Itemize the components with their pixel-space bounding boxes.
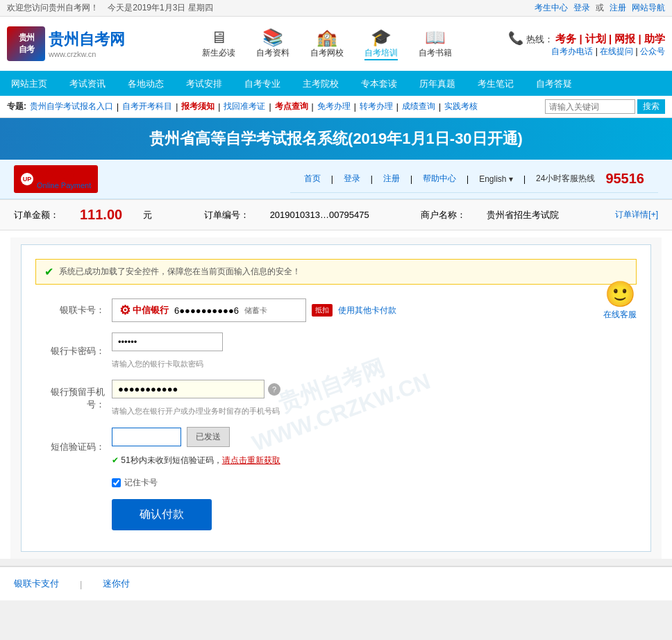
phone-label: 银行预留手机号：: [35, 386, 112, 411]
phone-row: 银行预留手机号： ? 请输入您在银行开户或办理业务时留存的手机号码: [35, 380, 637, 416]
pay-nav-register[interactable]: 注册: [383, 173, 400, 185]
bank-card-display: ⚙ 中信银行 6●●●●●●●●●●6 储蓄卡: [112, 298, 306, 322]
other-card-link[interactable]: 使用其他卡付款: [338, 305, 396, 317]
nav-notes[interactable]: 考生笔记: [467, 72, 525, 96]
top-bar: 欢迎您访问贵州自考网！ 今天是2019年1月3日 星期四 考生中心 登录 或 注…: [0, 0, 672, 17]
books-icon: 📚: [262, 28, 283, 47]
form-outer: 贵州自考网 WWW.CRZKW.CN ✔ 系统已成功加载了安全控件，保障您在当前…: [10, 237, 662, 559]
nav-major[interactable]: 自考专业: [233, 72, 292, 96]
password-content: 请输入您的银行卡取款密码: [112, 332, 637, 369]
nav-icons: 🖥 新生必读 📚 自考资料 🏫 自考网校 🎓 自考培训 📖 自考书籍: [146, 28, 508, 60]
pay-nav-help[interactable]: 帮助中心: [423, 173, 456, 185]
help-icon[interactable]: ?: [268, 383, 280, 396]
topic-link-shijian[interactable]: 实践考核: [444, 101, 478, 112]
nav-local-news[interactable]: 各地动态: [117, 72, 175, 96]
chevron-down-icon: ▾: [509, 174, 513, 184]
bank-card-row: 银联卡号： ⚙ 中信银行 6●●●●●●●●●●6 储蓄卡 抵扣 使用其他卡付款…: [35, 298, 637, 322]
hotline-label: 24小时客服热线: [536, 173, 595, 185]
nav-icon-label: 自考网校: [310, 47, 344, 59]
currency-label: 元: [143, 209, 152, 221]
sms-content: 已发送 ✔ 51秒内未收到短信验证码，请点击重新获取: [112, 427, 637, 466]
tab-minipay[interactable]: 迷你付: [103, 574, 130, 593]
site-header: 贵州自考 贵州自考网 www.crzkw.cn 🖥 新生必读 📚 自考资料 🏫 …: [0, 17, 672, 72]
search-button[interactable]: 搜索: [637, 99, 665, 114]
phone-content: ? 请输入您在银行开户或办理业务时留存的手机号码: [112, 380, 637, 416]
tab-unionpay[interactable]: 银联卡支付: [14, 574, 59, 593]
welcome-text: 欢迎您访问贵州自考网！ 今天是2019年1月3日 星期四: [7, 2, 213, 14]
wechat-link[interactable]: 公众号: [640, 47, 665, 56]
payment-form: ✔ 系统已成功加载了安全控件，保障您在当前页面输入信息的安全！ 银联卡号： ⚙ …: [21, 244, 651, 552]
login-link[interactable]: 登录: [573, 2, 590, 14]
resend-link[interactable]: 请点击重新获取: [222, 455, 280, 465]
nav-icon-wangxiao[interactable]: 🏫 自考网校: [310, 28, 344, 60]
topic-link-kemu[interactable]: 自考开考科目: [122, 101, 172, 112]
topic-label: 专题:: [7, 101, 26, 112]
nav-qa[interactable]: 自考答疑: [525, 72, 583, 96]
nav-icon-shujiu[interactable]: 📖 自考书籍: [419, 28, 452, 60]
nav-icon-xinshibidu[interactable]: 🖥 新生必读: [202, 28, 235, 60]
site-guide-link[interactable]: 网站导航: [632, 2, 665, 14]
nav-home[interactable]: 网站主页: [0, 72, 58, 96]
nav-icon-peixun[interactable]: 🎓 自考培训: [364, 28, 398, 60]
remember-card-checkbox[interactable]: [112, 478, 121, 487]
phone-link[interactable]: 自考办电话: [551, 47, 593, 56]
online-link[interactable]: 在线提问: [600, 47, 633, 56]
hotline-number: 95516: [605, 171, 644, 187]
payment-wrapper: UP 在线支付 Online Payment 首页 | 登录 | 注册 | 帮助…: [0, 160, 672, 559]
nav-icon-label: 新生必读: [202, 47, 235, 59]
sms-row: 短信验证码： 已发送 ✔ 51秒内未收到短信验证码，请点击重新获取: [35, 427, 637, 466]
smiley-icon: 🙂: [603, 280, 637, 309]
security-text: 系统已成功加载了安全控件，保障您在当前页面输入信息的安全！: [59, 266, 301, 278]
confirm-btn-row: 确认付款: [35, 499, 637, 537]
language-selector[interactable]: English ▾: [479, 174, 513, 184]
check-icon-sms: ✔: [112, 455, 119, 465]
nav-past-exams[interactable]: 历年真题: [408, 72, 467, 96]
lang-text: English: [479, 174, 506, 184]
payment-header: UP 在线支付 Online Payment 首页 | 登录 | 注册 | 帮助…: [0, 160, 672, 199]
online-service-label: 在线客服: [603, 309, 637, 321]
sms-label: 短信验证码：: [35, 441, 112, 453]
online-pay-sub: Online Payment: [37, 181, 91, 190]
search-input[interactable]: [545, 99, 635, 114]
nav-university[interactable]: 主考院校: [292, 72, 350, 96]
order-number: 2019010313…00795475: [270, 210, 369, 220]
topic-link-baoming[interactable]: 贵州自学考试报名入口: [30, 101, 113, 112]
pay-nav-home[interactable]: 首页: [304, 173, 321, 185]
book-icon: 📖: [425, 28, 446, 47]
bottom-tabs: 银联卡支付 | 迷你付: [0, 566, 672, 600]
sms-code-input[interactable]: [112, 428, 181, 446]
sms-sent-button[interactable]: 已发送: [187, 427, 230, 447]
sms-hint: ✔ 51秒内未收到短信验证码，请点击重新获取: [112, 455, 280, 466]
bank-logo: ⚙ 中信银行: [119, 303, 169, 318]
unionpay-icon: UP: [21, 173, 33, 185]
register-link[interactable]: 注册: [610, 2, 626, 14]
password-input[interactable]: [112, 332, 223, 351]
password-hint: 请输入您的银行卡取款密码: [112, 359, 203, 369]
bank-card-label: 银联卡号：: [35, 304, 112, 317]
unionpay-logo: UP 在线支付 Online Payment: [14, 165, 98, 193]
topic-link-chengji[interactable]: 成绩查询: [402, 101, 435, 112]
order-amount: 111.00: [80, 207, 122, 223]
nav-exam-news[interactable]: 考试资讯: [58, 72, 117, 96]
hotline-categories: 考务 | 计划 | 网报 | 助学: [555, 33, 665, 44]
exam-center-link[interactable]: 考生中心: [535, 2, 568, 14]
nav-exam-schedule[interactable]: 考试安排: [175, 72, 233, 96]
logo-icon: 贵州自考: [7, 26, 45, 61]
nav-upgrade[interactable]: 专本套读: [350, 72, 408, 96]
date-text: 今天是2019年1月3日 星期四: [108, 3, 212, 12]
topic-link-kaodian[interactable]: 考点查询: [275, 101, 308, 112]
security-notice: ✔ 系统已成功加载了安全控件，保障您在当前页面输入信息的安全！: [35, 259, 637, 285]
unionpay-text-group: 在线支付 Online Payment: [37, 169, 91, 190]
password-row: 银行卡密码： 请输入您的银行卡取款密码: [35, 332, 637, 369]
hotline-label: 📞 热线： 考务 | 计划 | 网报 | 助学: [508, 31, 665, 46]
phone-input[interactable]: [112, 380, 264, 398]
confirm-button[interactable]: 确认付款: [112, 499, 212, 530]
topic-link-zhuankaol[interactable]: 转考办理: [360, 101, 393, 112]
nav-icon-ziliao[interactable]: 📚 自考资料: [256, 28, 289, 60]
topic-link-zhunkaoz[interactable]: 找回准考证: [224, 101, 265, 112]
topic-link-baokao[interactable]: 报考须知: [181, 101, 215, 112]
topic-bar: 专题: 贵州自学考试报名入口 | 自考开考科目 | 报考须知 | 找回准考证 |…: [0, 96, 672, 118]
order-detail-link[interactable]: 订单详情[+]: [615, 209, 658, 221]
topic-link-miankaol[interactable]: 免考办理: [317, 101, 351, 112]
pay-nav-login[interactable]: 登录: [344, 173, 360, 185]
